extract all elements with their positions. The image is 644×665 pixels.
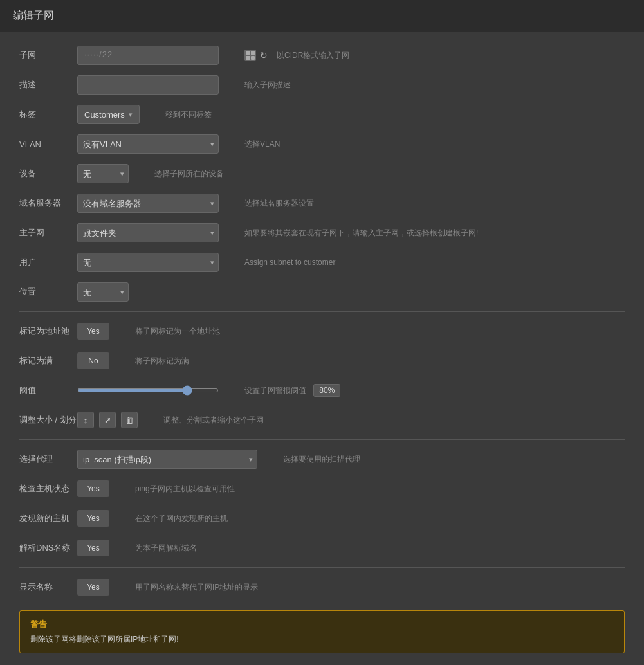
discover-hint: 在这个子网内发现新的主机 bbox=[135, 513, 625, 524]
mark-full-toggle[interactable]: No bbox=[77, 352, 109, 369]
discover-control: Yes bbox=[77, 510, 109, 527]
dns-resolve-control: Yes bbox=[77, 540, 109, 556]
discover-label: 发现新的主机 bbox=[19, 513, 77, 524]
vlan-label: VLAN bbox=[19, 140, 77, 149]
vlan-select[interactable]: 没有VLAN bbox=[77, 134, 219, 154]
location-control: 无 bbox=[77, 282, 129, 302]
check-host-toggle[interactable]: Yes bbox=[77, 480, 109, 497]
check-host-control: Yes bbox=[77, 480, 109, 497]
resize-label: 调整大小 / 划分 bbox=[19, 414, 77, 426]
warning-box: 警告 删除该子网将删除该子网所属IP地址和子网! bbox=[19, 610, 625, 653]
subnet-control: ·····/22 bbox=[77, 46, 219, 65]
mark-pool-label: 标记为地址池 bbox=[19, 325, 77, 337]
dns-select[interactable]: 没有域名服务器 bbox=[77, 194, 219, 213]
subnet-value[interactable]: ·····/22 bbox=[77, 46, 219, 65]
resize-row: 调整大小 / 划分 ↕ ⤢ 🗑 调整、分割或者缩小这个子网 bbox=[19, 410, 625, 430]
location-row: 位置 无 bbox=[19, 282, 625, 302]
parent-control: 跟文件夹 bbox=[77, 223, 219, 242]
device-select[interactable]: 无 bbox=[77, 164, 129, 183]
threshold-hint-wrap: 设置子网警报阈值 80% bbox=[244, 385, 625, 396]
tags-hint: 移到不同标签 bbox=[165, 109, 625, 120]
mark-pool-row: 标记为地址池 Yes 将子网标记为一个地址池 bbox=[19, 321, 625, 342]
resize-control: ↕ ⤢ 🗑 bbox=[77, 412, 138, 428]
location-select[interactable]: 无 bbox=[77, 282, 129, 302]
proxy-row: 选择代理 ip_scan (扫描ip段) 选择要使用的扫描代理 bbox=[19, 449, 625, 469]
mark-pool-hint: 将子网标记为一个地址池 bbox=[135, 325, 625, 337]
desc-input[interactable]: 内网网段 bbox=[77, 75, 219, 95]
device-row: 设备 无 选择子网所在的设备 bbox=[19, 163, 625, 184]
proxy-hint: 选择要使用的扫描代理 bbox=[283, 453, 625, 465]
threshold-hint-text: 设置子网警报阈值 bbox=[244, 386, 306, 395]
user-label: 用户 bbox=[19, 257, 77, 268]
check-host-label: 检查主机状态 bbox=[19, 483, 77, 495]
parent-select[interactable]: 跟文件夹 bbox=[77, 223, 219, 242]
parent-row: 主子网 跟文件夹 如果要将其嵌套在现有子网下，请输入主子网，或选择根创建根子网! bbox=[19, 223, 625, 243]
divider-1 bbox=[19, 311, 625, 312]
device-control: 无 bbox=[77, 164, 129, 183]
display-name-control: Yes bbox=[77, 579, 109, 596]
vlan-row: VLAN 没有VLAN 选择VLAN bbox=[19, 134, 625, 154]
tags-arrow: ▾ bbox=[129, 111, 133, 119]
threshold-control bbox=[77, 388, 219, 392]
desc-row: 描述 内网网段 输入子网描述 bbox=[19, 75, 625, 95]
vlan-hint: 选择VLAN bbox=[244, 138, 625, 150]
subnet-label: 子网 bbox=[19, 50, 77, 61]
display-name-label: 显示名称 bbox=[19, 581, 77, 593]
edit-subnet-dialog: 编辑子网 子网 ·····/22 ↻ 以CIDR格式输入子网 bbox=[0, 0, 644, 665]
dns-resolve-hint: 为本子网解析域名 bbox=[135, 542, 625, 554]
threshold-slider[interactable] bbox=[77, 388, 219, 392]
grid-icon[interactable] bbox=[244, 50, 256, 61]
dns-resolve-label: 解析DNS名称 bbox=[19, 542, 77, 554]
mark-full-label: 标记为满 bbox=[19, 355, 77, 367]
divider-3 bbox=[19, 567, 625, 568]
threshold-row: 阈值 设置子网警报阈值 80% bbox=[19, 380, 625, 401]
discover-toggle[interactable]: Yes bbox=[77, 510, 109, 527]
resize-expand-icon[interactable]: ↕ bbox=[77, 412, 94, 428]
mark-full-row: 标记为满 No 将子网标记为满 bbox=[19, 351, 625, 371]
user-row: 用户 无 Assign subnet to customer bbox=[19, 252, 625, 273]
threshold-value: 80% bbox=[313, 384, 340, 397]
warning-text: 删除该子网将删除该子网所属IP地址和子网! bbox=[30, 634, 614, 645]
proxy-control: ip_scan (扫描ip段) bbox=[77, 450, 257, 469]
mark-pool-toggle[interactable]: Yes bbox=[77, 323, 109, 340]
divider-2 bbox=[19, 439, 625, 440]
subnet-row: 子网 ·····/22 ↻ 以CIDR格式输入子网 bbox=[19, 45, 625, 66]
device-label: 设备 bbox=[19, 168, 77, 179]
tags-label: 标签 bbox=[19, 109, 77, 120]
desc-label: 描述 bbox=[19, 79, 77, 91]
mark-full-hint: 将子网标记为满 bbox=[135, 355, 625, 367]
user-hint: Assign subnet to customer bbox=[244, 257, 625, 268]
dialog-title: 编辑子网 bbox=[13, 9, 631, 23]
dns-resolve-toggle[interactable]: Yes bbox=[77, 540, 109, 556]
desc-control: 内网网段 bbox=[77, 75, 219, 95]
parent-hint: 如果要将其嵌套在现有子网下，请输入主子网，或选择根创建根子网! bbox=[244, 227, 625, 239]
resize-split-icon[interactable]: ⤢ bbox=[99, 412, 116, 428]
proxy-label: 选择代理 bbox=[19, 453, 77, 465]
location-label: 位置 bbox=[19, 286, 77, 298]
refresh-icon[interactable]: ↻ bbox=[260, 49, 268, 62]
user-select[interactable]: 无 bbox=[77, 253, 219, 272]
tags-row: 标签 Customers ▾ 移到不同标签 bbox=[19, 104, 625, 125]
subnet-hint-wrap: ↻ 以CIDR格式输入子网 bbox=[244, 49, 625, 62]
display-name-toggle[interactable]: Yes bbox=[77, 579, 109, 596]
dns-row: 域名服务器 没有域名服务器 选择域名服务器设置 bbox=[19, 193, 625, 214]
display-name-hint: 用子网名称来替代子网IP地址的显示 bbox=[135, 581, 625, 593]
desc-hint: 输入子网描述 bbox=[244, 79, 625, 91]
dns-resolve-row: 解析DNS名称 Yes 为本子网解析域名 bbox=[19, 538, 625, 558]
check-host-hint: ping子网内主机以检查可用性 bbox=[135, 483, 625, 495]
check-host-row: 检查主机状态 Yes ping子网内主机以检查可用性 bbox=[19, 478, 625, 499]
vlan-control: 没有VLAN bbox=[77, 134, 219, 154]
resize-hint: 调整、分割或者缩小这个子网 bbox=[163, 414, 625, 426]
threshold-label: 阈值 bbox=[19, 385, 77, 396]
mark-pool-control: Yes bbox=[77, 323, 109, 340]
mark-full-control: No bbox=[77, 352, 109, 369]
user-control: 无 bbox=[77, 253, 219, 272]
tags-control: Customers ▾ bbox=[77, 105, 140, 124]
dialog-body: 子网 ·····/22 ↻ 以CIDR格式输入子网 bbox=[0, 32, 644, 665]
tags-select[interactable]: Customers ▾ bbox=[77, 105, 140, 124]
proxy-select[interactable]: ip_scan (扫描ip段) bbox=[77, 450, 257, 469]
dialog-header: 编辑子网 bbox=[0, 0, 644, 32]
resize-delete-icon[interactable]: 🗑 bbox=[121, 412, 138, 428]
discover-row: 发现新的主机 Yes 在这个子网内发现新的主机 bbox=[19, 508, 625, 529]
warning-title: 警告 bbox=[30, 619, 614, 630]
